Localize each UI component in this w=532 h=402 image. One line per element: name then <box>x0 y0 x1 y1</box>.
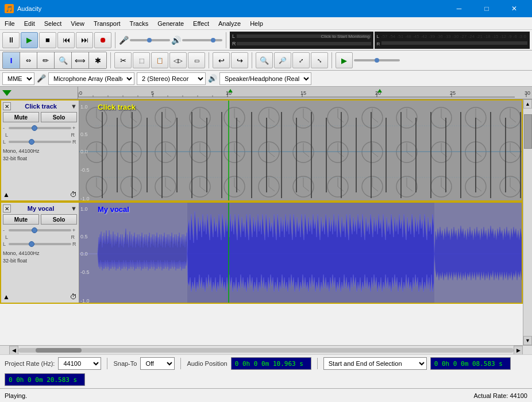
stop-button[interactable]: ■ <box>39 32 56 48</box>
select-tool[interactable]: I <box>3 52 20 68</box>
speaker-device-icon: 🔊 <box>208 74 217 83</box>
pause-button[interactable]: ⏸ <box>2 32 20 48</box>
menu-analyze[interactable]: Analyze <box>214 17 245 30</box>
svg-text:0.0: 0.0 <box>80 149 88 154</box>
cut-button[interactable]: ✂ <box>114 52 132 68</box>
fit-project-button[interactable]: ⤡ <box>311 52 328 68</box>
status-left: Playing. <box>5 392 27 399</box>
vocal-track-info: Mono, 44100Hz 32-bit float <box>3 250 77 264</box>
click-track-mute[interactable]: Mute <box>3 112 39 122</box>
input-device-select[interactable]: Microphone Array (Realtek <box>48 72 134 85</box>
vocal-track-header: ✕ My vocal ▼ Mute Solo - + <box>1 203 79 303</box>
click-track-solo[interactable]: Solo <box>41 112 77 122</box>
hscroll-track[interactable] <box>18 348 514 353</box>
svg-text:-1.0: -1.0 <box>80 196 90 200</box>
close-button[interactable]: ✕ <box>501 0 527 17</box>
skip-end-button[interactable]: ⏭ <box>76 32 93 48</box>
click-track-gain-slider[interactable] <box>9 127 71 129</box>
bottom-controls: Project Rate (Hz): 44100 Snap-To Off Aud… <box>0 354 532 388</box>
menu-generate[interactable]: Generate <box>153 17 188 30</box>
click-track-close[interactable]: ✕ <box>3 102 11 110</box>
vocal-track-menu[interactable]: ▼ <box>71 205 77 212</box>
sep-edit <box>209 52 209 68</box>
envelope-tool[interactable]: ⇔ <box>20 52 37 68</box>
output-device-select[interactable]: Speaker/Headphone (Realte <box>219 72 311 85</box>
selection-tools: I ⇔ ✏ 🔍 ⟺ ✱ <box>2 52 107 69</box>
titlebar-controls: ─ □ ✕ <box>446 0 527 17</box>
copy-button[interactable]: ⬚ <box>133 52 150 68</box>
audio-position-display: 0 0h 0 0m 10.963 s <box>231 357 311 370</box>
vocal-track-content[interactable]: 1.0 0.5 0.0 -0.5 -1.0 <box>79 203 522 303</box>
hscroll-right[interactable]: ▶ <box>514 346 523 355</box>
menu-select[interactable]: Select <box>40 17 67 30</box>
zoom-tool[interactable]: 🔍 <box>55 52 72 68</box>
vocal-track-collapse[interactable]: ▲ <box>3 293 10 301</box>
playback-speed-slider[interactable] <box>354 59 400 61</box>
vscroll-down[interactable]: ▼ <box>523 336 532 345</box>
volume-area: 🎤 🔊 <box>119 36 222 45</box>
svg-text:5: 5 <box>151 90 154 96</box>
output-volume-slider[interactable] <box>182 39 222 41</box>
maximize-button[interactable]: □ <box>473 0 500 17</box>
record-button[interactable]: ⏺ <box>94 32 111 48</box>
svg-text:-1.0: -1.0 <box>80 298 90 303</box>
svg-text:0.0: 0.0 <box>80 251 88 257</box>
ruler-area[interactable]: 0 5 10 15 20 25 30 <box>78 87 532 99</box>
tracks-container: ✕ Click track ▼ Mute Solo - + <box>0 99 523 345</box>
separator-1 <box>115 32 115 48</box>
menu-view[interactable]: View <box>66 17 89 30</box>
timeshift-tool[interactable]: ⟺ <box>72 52 89 68</box>
click-track-collapse[interactable]: ▲ <box>3 191 10 199</box>
snap-to-select[interactable]: Off <box>140 357 175 370</box>
vscroll-track[interactable] <box>523 109 532 336</box>
skip-start-button[interactable]: ⏮ <box>57 32 75 48</box>
zoom-in-button[interactable]: 🔍 <box>256 52 273 68</box>
multi-tool[interactable]: ✱ <box>89 52 106 68</box>
trim-button[interactable]: ◁▷ <box>169 52 187 68</box>
menu-file[interactable]: File <box>0 17 20 30</box>
play-button[interactable]: ▶ <box>21 32 38 48</box>
svg-text:-0.5: -0.5 <box>80 167 90 173</box>
vocal-track-mute[interactable]: Mute <box>3 214 39 225</box>
vocal-track-label: My vocal <box>98 205 129 214</box>
vocal-track-gain-slider[interactable] <box>9 229 71 231</box>
redo-button[interactable]: ↪ <box>231 52 248 68</box>
menu-help[interactable]: Help <box>245 17 268 30</box>
vocal-track-pan-slider[interactable] <box>9 243 71 245</box>
menu-transport[interactable]: Transport <box>89 17 125 30</box>
selection-format-select[interactable]: Start and End of Selection <box>323 357 427 370</box>
play-at-speed-button[interactable]: ▶ <box>336 52 353 68</box>
input-channels-select[interactable]: 2 (Stereo) Recor <box>137 72 206 85</box>
vocal-track-name: My vocal <box>11 205 71 212</box>
vscroll-thumb[interactable] <box>524 114 532 149</box>
vocal-track-solo[interactable]: Solo <box>41 214 77 225</box>
paste-button[interactable]: 📋 <box>151 52 168 68</box>
input-volume-slider[interactable] <box>130 39 170 41</box>
vocal-track-settings[interactable]: ⏱ <box>70 293 77 301</box>
draw-tool[interactable]: ✏ <box>37 52 55 68</box>
hscroll-thumb[interactable] <box>36 348 82 353</box>
undo-button[interactable]: ↩ <box>213 52 230 68</box>
click-track-pan-slider[interactable] <box>9 141 71 143</box>
host-select[interactable]: MME <box>2 72 34 85</box>
position-time: 0 0h 0 0m 10.963 s <box>235 360 303 368</box>
statusbar: Playing. Actual Rate: 44100 <box>0 388 532 402</box>
vscroll-up[interactable]: ▲ <box>523 99 532 109</box>
click-track-menu[interactable]: ▼ <box>71 103 77 110</box>
click-track-content[interactable]: 1.0 0.5 0.0 -0.5 -1.0 <box>79 100 522 200</box>
input-meter[interactable]: L Click to Start Monitoring R <box>230 32 373 49</box>
timeline-ruler: 0 5 10 15 20 25 30 <box>0 87 532 99</box>
menu-edit[interactable]: Edit <box>20 17 40 30</box>
mic-device-icon: 🎤 <box>37 74 46 83</box>
menu-tracks[interactable]: Tracks <box>125 17 153 30</box>
hscroll-left[interactable]: ◀ <box>9 346 18 355</box>
fit-selection-button[interactable]: ⤢ <box>292 52 310 68</box>
silence-button[interactable]: ▭ <box>188 52 205 68</box>
vocal-track-close[interactable]: ✕ <box>3 204 11 212</box>
horizontal-scrollbar: ◀ ▶ <box>0 345 532 354</box>
click-track-settings[interactable]: ⏱ <box>70 191 77 199</box>
zoom-out-button[interactable]: 🔎 <box>274 52 291 68</box>
minimize-button[interactable]: ─ <box>446 0 472 17</box>
project-rate-select[interactable]: 44100 <box>58 357 101 370</box>
menu-effect[interactable]: Effect <box>188 17 214 30</box>
